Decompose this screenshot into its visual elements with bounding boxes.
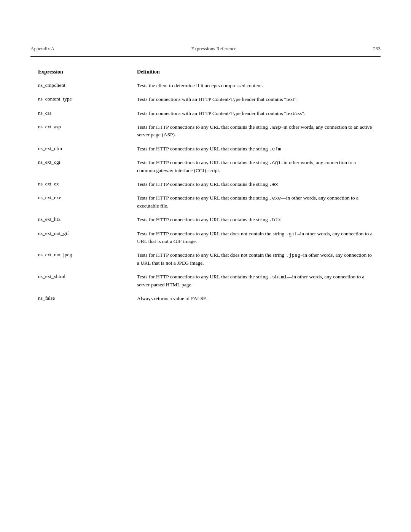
inline-code: .htx bbox=[269, 217, 281, 223]
table-row: ns_ext_asp Tests for HTTP connections to… bbox=[38, 123, 373, 139]
table-row: ns_ext_cgi Tests for HTTP connections to… bbox=[38, 159, 373, 174]
header-title: Expressions Reference bbox=[191, 46, 236, 52]
definition-cell: Tests for HTTP connections to any URL th… bbox=[137, 216, 373, 224]
definition-cell: Always returns a value of FALSE. bbox=[137, 295, 373, 302]
table-row: ns_ext_not_gif Tests for HTTP connection… bbox=[38, 230, 373, 246]
table-row: ns_content_type Tests for connections wi… bbox=[38, 96, 373, 103]
inline-code: .gif bbox=[286, 231, 298, 237]
table-row: ns_ext_ex Tests for HTTP connections to … bbox=[38, 181, 373, 189]
expression-cell: ns_cmpclient bbox=[38, 82, 137, 88]
table-row: ns_false Always returns a value of FALSE… bbox=[38, 295, 373, 302]
table-row: ns_ext_shtml Tests for HTTP connections … bbox=[38, 273, 373, 289]
definition-cell: Tests for HTTP connections to any URL th… bbox=[137, 181, 373, 189]
definition-cell: Tests the client to determine if it acce… bbox=[137, 82, 373, 89]
expression-cell: ns_ext_cgi bbox=[38, 159, 137, 165]
inline-code: .cfm bbox=[269, 146, 281, 152]
expression-cell: ns_ext_not_jpeg bbox=[38, 251, 137, 258]
inline-code: .ex bbox=[269, 182, 278, 187]
expression-cell: ns_ext_htx bbox=[38, 216, 137, 222]
definition-cell: Tests for HTTP connections to any URL th… bbox=[137, 273, 373, 289]
expression-cell: ns_ext_shtml bbox=[38, 273, 137, 280]
expression-cell: ns_ext_ex bbox=[38, 181, 137, 187]
page: Appendix A Expressions Reference 233 Exp… bbox=[0, 0, 411, 532]
expression-cell: ns_ext_cfm bbox=[38, 145, 137, 152]
inline-code: .exe bbox=[269, 195, 281, 201]
table-row: ns_cmpclient Tests the client to determi… bbox=[38, 82, 373, 89]
inline-code: .cgi bbox=[269, 160, 281, 166]
table-row: ns_ext_htx Tests for HTTP connections to… bbox=[38, 216, 373, 224]
definition-cell: Tests for HTTP connections to any URL th… bbox=[137, 123, 373, 139]
expression-cell: ns_ext_asp bbox=[38, 123, 137, 130]
definition-cell: Tests for connections with an HTTP Conte… bbox=[137, 110, 373, 117]
content-table: Expression Definition ns_cmpclient Tests… bbox=[30, 69, 381, 302]
header-appendix: Appendix A bbox=[30, 46, 54, 52]
definition-cell: Tests for HTTP connections to any URL th… bbox=[137, 159, 373, 174]
expression-cell: ns_false bbox=[38, 295, 137, 301]
expression-cell: ns_content_type bbox=[38, 96, 137, 102]
inline-code: .shtml bbox=[269, 274, 287, 280]
definition-cell: Tests for HTTP connections to any URL th… bbox=[137, 194, 373, 210]
definition-cell: Tests for connections with an HTTP Conte… bbox=[137, 96, 373, 103]
definition-cell: Tests for HTTP connections to any URL th… bbox=[137, 251, 373, 267]
page-number: 233 bbox=[373, 46, 381, 52]
definition-column-header: Definition bbox=[137, 69, 373, 75]
definition-cell: Tests for HTTP connections to any URL th… bbox=[137, 145, 373, 153]
inline-code: .asp bbox=[269, 125, 281, 130]
inline-code: .jpeg bbox=[286, 252, 301, 258]
definition-cell: Tests for HTTP connections to any URL th… bbox=[137, 230, 373, 246]
expression-cell: ns_ext_exe bbox=[38, 194, 137, 201]
table-row: ns_ext_exe Tests for HTTP connections to… bbox=[38, 194, 373, 210]
expression-cell: ns_ext_not_gif bbox=[38, 230, 137, 236]
expression-cell: ns_css bbox=[38, 110, 137, 116]
table-row: ns_css Tests for connections with an HTT… bbox=[38, 110, 373, 117]
table-header-row: Expression Definition bbox=[38, 69, 373, 75]
table-row: ns_ext_cfm Tests for HTTP connections to… bbox=[38, 145, 373, 153]
table-row: ns_ext_not_jpeg Tests for HTTP connectio… bbox=[38, 251, 373, 267]
page-header: Appendix A Expressions Reference 233 bbox=[30, 0, 381, 57]
expression-column-header: Expression bbox=[38, 69, 137, 75]
